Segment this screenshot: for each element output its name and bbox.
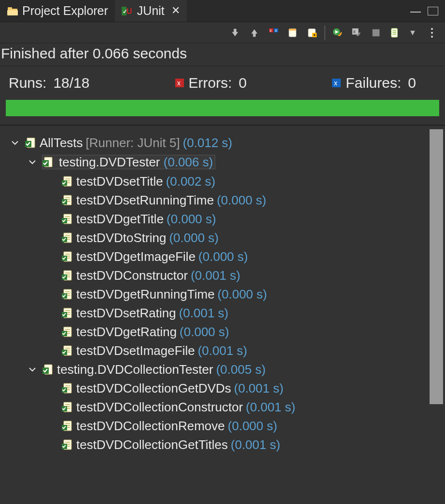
node-time: (0.012 s) — [183, 136, 233, 149]
node-name: testDVDsetRunningTime — [76, 194, 214, 206]
node-name: testDVDsetRating — [76, 307, 176, 319]
svg-text:U: U — [126, 7, 132, 15]
node-time: (0.002 s) — [166, 175, 216, 188]
folder-icon — [7, 5, 18, 17]
toolbar-separator — [324, 26, 325, 40]
node-name: testDVDgetRunningTime — [76, 288, 215, 300]
pin-button[interactable] — [305, 26, 320, 40]
tree-test-row[interactable]: testDVDsetImageFile (0.001 s) — [1, 341, 445, 360]
test-suite-icon — [25, 137, 37, 149]
failures-label: Failures: — [346, 75, 401, 91]
show-failures-only-button[interactable]: x x — [266, 26, 281, 40]
node-time: (0.000 s) — [169, 232, 219, 244]
tree-test-row[interactable]: testDVDgetImageFile (0.000 s) — [1, 247, 445, 266]
rerun-button[interactable] — [330, 26, 345, 40]
node-name: testDVDCollectionGetDVDs — [76, 382, 231, 395]
node-time: (0.001 s) — [191, 269, 240, 282]
failures-value: 0 — [408, 75, 416, 91]
tree-test-row[interactable]: testDVDCollectionConstructor (0.001 s) — [1, 397, 445, 416]
node-time: (0.000 s) — [218, 288, 267, 300]
tab-junit[interactable]: ✓ U JUnit ✕ — [115, 0, 187, 22]
stop-button[interactable] — [369, 26, 383, 40]
rerun-failed-button[interactable]: x — [349, 26, 364, 40]
view-menu-button[interactable]: ▼ — [405, 26, 420, 40]
node-time: (0.000 s) — [228, 420, 278, 432]
node-time: (0.001 s) — [198, 344, 248, 357]
node-name: testDVDCollectionConstructor — [76, 401, 243, 413]
node-name: testDVDgetTitle — [76, 213, 164, 225]
runs-label: Runs: — [9, 75, 46, 91]
svg-text:x: x — [177, 79, 181, 87]
node-time: (0.001 s) — [179, 307, 229, 319]
tree-suite-row[interactable]: AllTests [Runner: JUnit 5] (0.012 s) — [1, 133, 445, 152]
tab-label: Project Explorer — [22, 4, 108, 18]
failures-counter: x Failures: 0 — [332, 75, 416, 91]
node-name: AllTests — [40, 136, 83, 149]
node-name: testDVDsetImageFile — [76, 344, 195, 357]
view-tabbar: Project Explorer ✓ U JUnit ✕ — [0, 0, 445, 22]
scroll-lock-button[interactable] — [286, 26, 300, 40]
kebab-menu-button[interactable] — [425, 26, 439, 40]
runs-value: 18/18 — [53, 75, 89, 91]
svg-rect-23 — [393, 32, 396, 33]
test-suite-icon — [42, 156, 54, 168]
node-time: (0.000 s) — [167, 213, 216, 225]
test-pass-icon — [62, 326, 73, 338]
test-pass-icon — [62, 382, 73, 394]
test-pass-icon — [62, 288, 73, 300]
window-controls — [410, 7, 445, 15]
close-tab-icon[interactable]: ✕ — [171, 4, 180, 17]
tree-suite-row[interactable]: testing.DVDTester (0.006 s) — [1, 152, 445, 172]
junit-icon: ✓ U — [122, 5, 133, 17]
tree-test-row[interactable]: testDVDCollectionRemove (0.000 s) — [1, 416, 445, 435]
svg-text:x: x — [334, 79, 337, 87]
test-pass-icon — [62, 232, 73, 244]
node-name: testDVDgetRating — [76, 326, 177, 338]
tree-test-row[interactable]: testDVDCollectionGetTitles (0.001 s) — [1, 435, 445, 454]
svg-point-25 — [431, 28, 433, 30]
tree-test-row[interactable]: testDVDConstructor (0.001 s) — [1, 266, 445, 285]
scrollbar-thumb[interactable] — [430, 129, 443, 404]
tree-test-row[interactable]: testDVDCollectionGetDVDs (0.001 s) — [1, 379, 445, 397]
tree-test-row[interactable]: testDVDtoString (0.000 s) — [1, 228, 445, 247]
chevron-down-icon[interactable] — [8, 138, 22, 147]
tree-test-row[interactable]: testDVDgetRating (0.000 s) — [1, 322, 445, 341]
node-time: (0.000 s) — [180, 326, 229, 338]
tree-test-row[interactable]: testDVDsetRunningTime (0.000 s) — [1, 191, 445, 209]
node-name: testDVDsetTitle — [76, 175, 163, 188]
node-time: (0.001 s) — [234, 382, 284, 395]
status-line: Finished after 0.066 seconds — [0, 43, 445, 66]
svg-rect-1 — [8, 7, 12, 10]
test-pass-icon — [62, 307, 73, 319]
chevron-down-icon[interactable] — [25, 365, 40, 374]
errors-label: Errors: — [189, 75, 232, 91]
node-time: (0.000 s) — [198, 250, 248, 263]
tree-suite-row[interactable]: testing.DVDCollectionTester (0.005 s) — [1, 360, 445, 379]
svg-rect-13 — [289, 28, 296, 30]
test-tree: AllTests [Runner: JUnit 5] (0.012 s)test… — [0, 125, 445, 497]
node-time: (0.001 s) — [231, 438, 280, 451]
errors-counter: x Errors: 0 — [175, 75, 247, 91]
history-button[interactable] — [388, 26, 403, 40]
prev-failure-button[interactable] — [247, 26, 262, 40]
tab-project-explorer[interactable]: Project Explorer — [0, 0, 115, 22]
node-name: testDVDCollectionRemove — [76, 420, 225, 432]
results-summary: Runs: 18/18 x Errors: 0 x Failures: 0 — [0, 66, 445, 95]
node-name: testDVDgetImageFile — [76, 250, 195, 263]
node-name: testDVDConstructor — [76, 269, 188, 282]
tree-test-row[interactable]: testDVDgetRunningTime (0.000 s) — [1, 285, 445, 303]
svg-rect-7 — [253, 33, 256, 37]
test-pass-icon — [62, 345, 73, 356]
next-failure-button[interactable] — [228, 26, 242, 40]
tree-test-row[interactable]: testDVDsetTitle (0.002 s) — [1, 172, 445, 191]
minimize-view-button[interactable] — [410, 12, 421, 13]
maximize-view-button[interactable] — [428, 7, 438, 15]
node-name: testDVDCollectionGetTitles — [76, 438, 228, 451]
tree-test-row[interactable]: testDVDgetTitle (0.000 s) — [1, 209, 445, 228]
tree-test-row[interactable]: testDVDsetRating (0.001 s) — [1, 303, 445, 322]
svg-point-26 — [431, 32, 433, 34]
svg-rect-6 — [234, 28, 236, 32]
node-time: (0.005 s) — [216, 363, 266, 376]
svg-rect-22 — [393, 30, 396, 31]
chevron-down-icon[interactable] — [25, 158, 40, 166]
